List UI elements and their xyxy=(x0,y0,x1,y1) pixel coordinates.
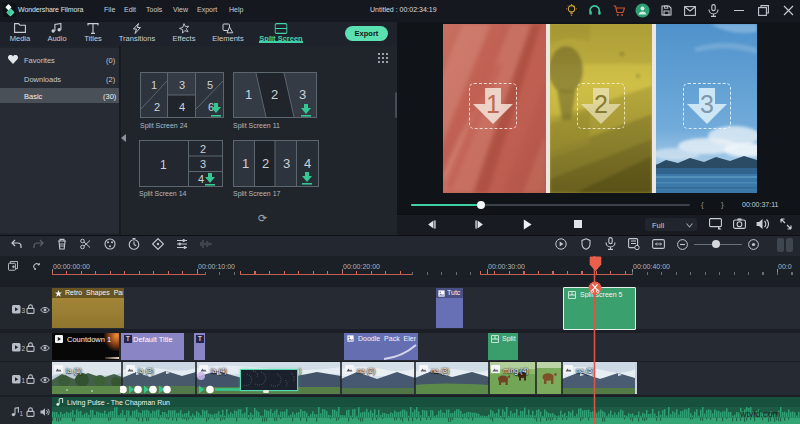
svg-text:2: 2 xyxy=(262,156,269,171)
svg-text:2: 2 xyxy=(154,101,160,113)
svg-text:3: 3 xyxy=(283,156,290,171)
svg-text:3: 3 xyxy=(179,79,185,91)
svg-text:2: 2 xyxy=(22,345,25,352)
svg-text:3: 3 xyxy=(22,307,25,314)
svg-text:1: 1 xyxy=(22,377,25,384)
svg-text:4: 4 xyxy=(304,156,311,171)
svg-text:3: 3 xyxy=(200,158,206,170)
svg-text:4: 4 xyxy=(179,101,185,113)
svg-text:1: 1 xyxy=(242,156,249,171)
svg-text:1: 1 xyxy=(151,79,157,91)
svg-text:1: 1 xyxy=(160,158,167,172)
svg-text:4: 4 xyxy=(198,173,204,185)
svg-text:2: 2 xyxy=(200,143,206,155)
svg-text:5: 5 xyxy=(207,79,213,91)
svg-text:3: 3 xyxy=(299,87,306,102)
svg-text:1: 1 xyxy=(245,87,252,102)
svg-text:2: 2 xyxy=(271,87,278,102)
svg-text:1: 1 xyxy=(20,410,24,417)
